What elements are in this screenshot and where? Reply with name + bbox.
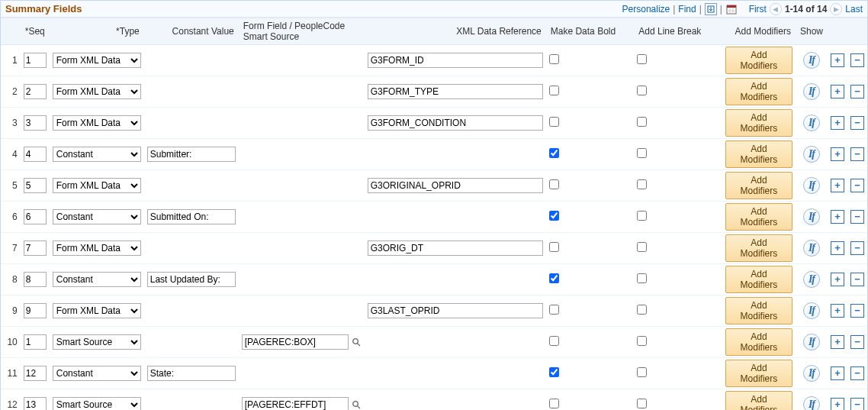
seq-input[interactable] [24, 241, 47, 256]
first-link[interactable]: First [749, 4, 767, 15]
type-select[interactable]: Form XML DataConstantSmart Source [53, 53, 141, 68]
linebreak-checkbox[interactable] [637, 273, 647, 283]
col-linebreak[interactable]: Add Line Break [634, 18, 722, 45]
constant-value-input[interactable] [147, 147, 236, 162]
seq-input[interactable] [24, 209, 47, 224]
add-modifiers-button[interactable]: Add Modifiers [725, 172, 792, 199]
bold-checkbox[interactable] [549, 273, 559, 283]
add-modifiers-button[interactable]: Add Modifiers [725, 266, 792, 293]
smart-source-input[interactable] [242, 397, 349, 410]
xml-reference-input[interactable] [368, 115, 543, 131]
show-if-icon[interactable]: If [803, 208, 820, 225]
personalize-link[interactable]: Personalize [622, 4, 670, 15]
col-const[interactable]: Constant Value [144, 18, 239, 45]
add-row-button[interactable]: + [831, 273, 844, 286]
seq-input[interactable] [24, 147, 47, 162]
bold-checkbox[interactable] [549, 305, 559, 315]
seq-input[interactable] [24, 366, 47, 381]
xml-reference-input[interactable] [368, 303, 543, 318]
type-select[interactable]: Form XML DataConstantSmart Source [53, 303, 141, 318]
type-select[interactable]: Form XML DataConstantSmart Source [53, 366, 141, 381]
col-smart[interactable]: Form Field / PeopleCode Smart Source [239, 18, 365, 45]
show-if-icon[interactable]: If [803, 271, 820, 288]
add-row-button[interactable]: + [831, 335, 844, 349]
bold-checkbox[interactable] [549, 148, 559, 158]
add-row-button[interactable]: + [831, 210, 844, 224]
constant-value-input[interactable] [147, 272, 236, 287]
add-row-button[interactable]: + [831, 85, 844, 98]
delete-row-button[interactable]: − [850, 116, 864, 130]
seq-input[interactable] [24, 334, 47, 350]
add-modifiers-button[interactable]: Add Modifiers [725, 391, 792, 410]
add-row-button[interactable]: + [831, 147, 844, 161]
delete-row-button[interactable]: − [850, 179, 864, 192]
bold-checkbox[interactable] [549, 86, 559, 95]
add-modifiers-button[interactable]: Add Modifiers [725, 234, 792, 262]
linebreak-checkbox[interactable] [637, 179, 647, 189]
constant-value-input[interactable] [147, 209, 236, 224]
add-modifiers-button[interactable]: Add Modifiers [725, 109, 792, 137]
seq-input[interactable] [24, 178, 47, 193]
seq-input[interactable] [24, 53, 47, 68]
linebreak-checkbox[interactable] [637, 399, 647, 408]
prev-icon[interactable]: ◀ [770, 3, 782, 15]
delete-row-button[interactable]: − [850, 147, 864, 161]
linebreak-checkbox[interactable] [637, 86, 647, 95]
show-if-icon[interactable]: If [803, 396, 820, 410]
last-link[interactable]: Last [845, 4, 863, 15]
type-select[interactable]: Form XML DataConstantSmart Source [53, 115, 141, 131]
delete-row-button[interactable]: − [850, 241, 864, 255]
delete-row-button[interactable]: − [850, 366, 864, 380]
linebreak-checkbox[interactable] [637, 211, 647, 221]
type-select[interactable]: Form XML DataConstantSmart Source [53, 397, 141, 410]
linebreak-checkbox[interactable] [637, 148, 647, 158]
find-link[interactable]: Find [678, 4, 696, 15]
linebreak-checkbox[interactable] [637, 117, 647, 127]
show-if-icon[interactable]: If [803, 177, 820, 194]
lookup-icon[interactable] [351, 337, 362, 347]
add-modifiers-button[interactable]: Add Modifiers [725, 140, 792, 168]
delete-row-button[interactable]: − [850, 53, 864, 67]
add-row-button[interactable]: + [831, 241, 844, 255]
type-select[interactable]: Form XML DataConstantSmart Source [53, 334, 141, 350]
add-row-button[interactable]: + [831, 304, 844, 318]
seq-input[interactable] [24, 84, 47, 99]
col-show[interactable]: Show [796, 18, 828, 45]
spreadsheet-icon[interactable] [725, 3, 738, 15]
col-type[interactable]: *Type [50, 18, 144, 45]
col-modifiers[interactable]: Add Modifiers [722, 18, 796, 45]
bold-checkbox[interactable] [549, 117, 559, 127]
add-modifiers-button[interactable]: Add Modifiers [725, 297, 792, 324]
delete-row-button[interactable]: − [850, 210, 864, 224]
linebreak-checkbox[interactable] [637, 336, 647, 346]
show-if-icon[interactable]: If [803, 302, 820, 319]
bold-checkbox[interactable] [549, 179, 559, 189]
seq-input[interactable] [24, 115, 47, 131]
show-if-icon[interactable]: If [803, 52, 820, 69]
add-modifiers-button[interactable]: Add Modifiers [725, 47, 792, 74]
linebreak-checkbox[interactable] [637, 367, 647, 377]
add-modifiers-button[interactable]: Add Modifiers [725, 78, 792, 105]
bold-checkbox[interactable] [549, 336, 559, 346]
show-if-icon[interactable]: If [803, 83, 820, 100]
type-select[interactable]: Form XML DataConstantSmart Source [53, 178, 141, 193]
next-icon[interactable]: ▶ [830, 3, 842, 15]
xml-reference-input[interactable] [368, 178, 543, 193]
add-modifiers-button[interactable]: Add Modifiers [725, 328, 792, 356]
add-row-button[interactable]: + [831, 53, 844, 67]
show-if-icon[interactable]: If [803, 115, 820, 131]
seq-input[interactable] [24, 272, 47, 287]
col-xml[interactable]: XML Data Reference [365, 18, 546, 45]
xml-reference-input[interactable] [368, 241, 543, 256]
constant-value-input[interactable] [147, 366, 236, 381]
linebreak-checkbox[interactable] [637, 305, 647, 315]
bold-checkbox[interactable] [549, 399, 559, 408]
show-if-icon[interactable]: If [803, 146, 820, 163]
download-icon[interactable] [705, 3, 717, 15]
linebreak-checkbox[interactable] [637, 54, 647, 64]
type-select[interactable]: Form XML DataConstantSmart Source [53, 84, 141, 99]
type-select[interactable]: Form XML DataConstantSmart Source [53, 209, 141, 224]
add-modifiers-button[interactable]: Add Modifiers [725, 203, 792, 231]
type-select[interactable]: Form XML DataConstantSmart Source [53, 147, 141, 162]
smart-source-input[interactable] [242, 334, 349, 350]
